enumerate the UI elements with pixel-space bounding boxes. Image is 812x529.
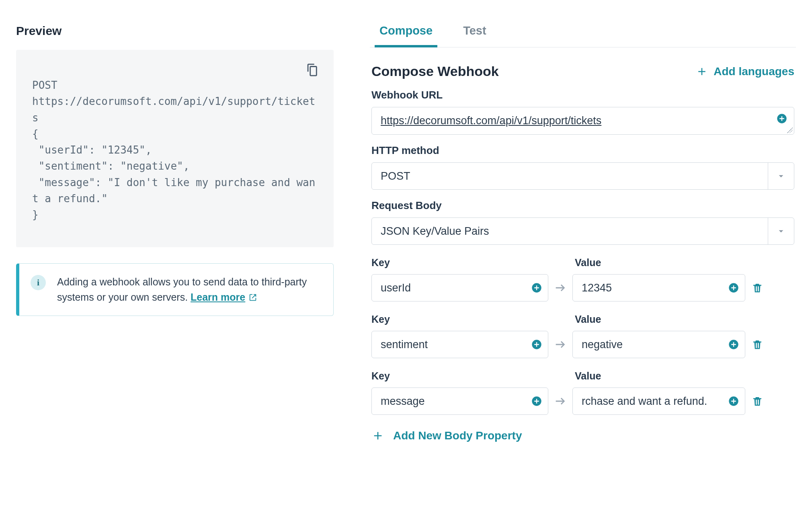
- add-variable-icon[interactable]: [531, 339, 542, 350]
- kv-value-input[interactable]: [572, 388, 745, 415]
- kv-key-field[interactable]: [380, 281, 527, 295]
- kv-value-field[interactable]: [581, 395, 724, 408]
- http-method-select[interactable]: POST: [371, 162, 794, 190]
- add-languages-button[interactable]: Add languages: [696, 65, 794, 78]
- kv-row: [371, 388, 794, 415]
- delete-row-button[interactable]: [745, 395, 769, 407]
- kv-value-input[interactable]: [572, 331, 745, 358]
- preview-panel: POST https://decorumsoft.com/api/v1/supp…: [16, 50, 334, 247]
- request-body-select[interactable]: JSON Key/Value Pairs: [371, 217, 794, 245]
- external-link-icon: [248, 293, 257, 302]
- kv-key-label: Key: [371, 370, 548, 382]
- chevron-down-icon[interactable]: [768, 163, 794, 189]
- info-banner: i Adding a webhook allows you to send da…: [16, 263, 334, 316]
- delete-row-button[interactable]: [745, 338, 769, 351]
- kv-key-input[interactable]: [371, 331, 548, 358]
- add-variable-icon[interactable]: [728, 282, 739, 293]
- webhook-url-label: Webhook URL: [371, 89, 794, 101]
- http-method-value: POST: [372, 163, 768, 189]
- webhook-url-input[interactable]: https://decorumsoft.com/api/v1/support/t…: [371, 107, 794, 135]
- delete-row-button[interactable]: [745, 282, 769, 294]
- arrow-right-icon: [548, 338, 572, 351]
- add-variable-icon[interactable]: [531, 396, 542, 407]
- kv-value-field[interactable]: [581, 281, 724, 295]
- http-method-label: HTTP method: [371, 144, 794, 157]
- compose-heading: Compose Webhook: [371, 64, 499, 79]
- kv-value-field[interactable]: [581, 338, 724, 351]
- kv-key-field[interactable]: [380, 338, 527, 351]
- learn-more-link[interactable]: Learn more: [191, 289, 257, 305]
- kv-value-label: Value: [575, 314, 745, 325]
- resize-handle-icon[interactable]: [787, 127, 793, 133]
- info-text: Adding a webhook allows you to send data…: [57, 274, 322, 306]
- request-body-value: JSON Key/Value Pairs: [372, 218, 768, 244]
- url-add-variable-icon[interactable]: [776, 113, 787, 124]
- kv-grid: Key Value: [371, 257, 794, 415]
- tabs: Compose Test: [370, 16, 796, 47]
- kv-key-field[interactable]: [380, 395, 527, 408]
- kv-key-input[interactable]: [371, 388, 548, 415]
- kv-key-label: Key: [371, 314, 548, 325]
- info-message: Adding a webhook allows you to send data…: [57, 276, 307, 303]
- kv-row: [371, 274, 794, 301]
- arrow-right-icon: [548, 281, 572, 295]
- kv-key-label: Key: [371, 257, 548, 269]
- request-body-label: Request Body: [371, 199, 794, 212]
- kv-row: [371, 331, 794, 358]
- copy-icon[interactable]: [304, 62, 320, 78]
- info-icon: i: [31, 275, 46, 290]
- kv-value-input[interactable]: [572, 274, 745, 301]
- kv-key-input[interactable]: [371, 274, 548, 301]
- chevron-down-icon[interactable]: [768, 218, 794, 244]
- tab-test[interactable]: Test: [461, 16, 488, 47]
- tab-compose[interactable]: Compose: [377, 16, 435, 47]
- kv-value-label: Value: [575, 370, 745, 382]
- webhook-url-value: https://decorumsoft.com/api/v1/support/t…: [381, 115, 771, 127]
- preview-code: POST https://decorumsoft.com/api/v1/supp…: [32, 77, 318, 223]
- add-variable-icon[interactable]: [728, 339, 739, 350]
- arrow-right-icon: [548, 394, 572, 408]
- add-body-property-button[interactable]: Add New Body Property: [371, 429, 522, 442]
- kv-value-label: Value: [575, 257, 745, 269]
- add-variable-icon[interactable]: [531, 282, 542, 293]
- add-variable-icon[interactable]: [728, 396, 739, 407]
- preview-title: Preview: [16, 24, 334, 38]
